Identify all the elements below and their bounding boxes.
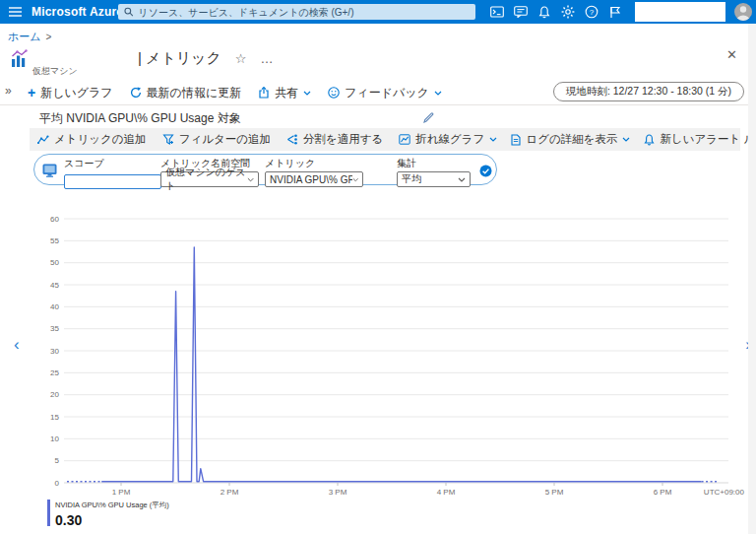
scope-group: スコープ: [64, 157, 161, 189]
svg-text:25: 25: [50, 368, 59, 377]
notifications-icon[interactable]: [536, 5, 551, 20]
scope-label: スコープ: [64, 157, 161, 170]
chevron-down-icon: [622, 137, 630, 142]
line-chart-icon: [399, 134, 410, 145]
aggregation-label: 集計: [397, 157, 471, 170]
metrics-line-chart[interactable]: 0510152025303540455055601 PM2 PM3 PM4 PM…: [0, 192, 756, 512]
svg-text:UTC+09:00: UTC+09:00: [704, 488, 745, 497]
svg-text:3 PM: 3 PM: [329, 488, 347, 497]
global-search[interactable]: [118, 4, 475, 20]
edit-title-icon[interactable]: [423, 109, 434, 127]
svg-text:45: 45: [50, 281, 59, 290]
svg-text:4 PM: 4 PM: [437, 488, 456, 497]
page-title-text: | メトリック: [138, 49, 221, 68]
share-icon: [258, 87, 270, 99]
apply-splitting-button[interactable]: 分割を適用する: [286, 132, 383, 147]
legend-latest-value: 0.30: [55, 512, 169, 528]
settings-icon[interactable]: [560, 5, 575, 20]
vm-scope-icon: [42, 164, 57, 181]
avatar[interactable]: [734, 3, 752, 21]
metric-toolbar: メトリックの追加 フィルターの追加 分割を適用する 折れ線グラフ ログの詳細を表…: [30, 128, 740, 151]
filter-confirm-check-icon[interactable]: [479, 164, 492, 181]
search-icon: [124, 7, 134, 17]
add-metric-button[interactable]: メトリックの追加: [37, 132, 147, 147]
chart-type-dropdown[interactable]: 折れ線グラフ: [399, 132, 497, 147]
svg-text:40: 40: [50, 302, 59, 311]
add-metric-icon: [37, 135, 49, 145]
svg-text:50: 50: [50, 258, 59, 267]
svg-text:55: 55: [50, 236, 59, 245]
metrics-resource-icon: [10, 49, 29, 72]
cloud-shell-icon[interactable]: [489, 5, 504, 20]
page-title: | メトリック ☆ …: [138, 49, 274, 68]
show-logs-button[interactable]: ログの詳細を表示: [511, 132, 630, 147]
metric-filter-pill: スコープ メトリック名前空間 仮想マシンのゲスト メトリック NVIDIA GP…: [33, 154, 497, 185]
hamburger-icon[interactable]: [0, 7, 30, 17]
svg-text:1 PM: 1 PM: [112, 488, 131, 497]
metric-label: メトリック: [265, 157, 363, 170]
chevron-down-icon: [434, 91, 442, 96]
svg-text:10: 10: [50, 434, 59, 443]
feedback-button[interactable]: フィードバック: [328, 85, 442, 101]
legend-series-name: NVIDIA GPU\% GPU Usage (平均): [55, 501, 169, 510]
log-document-icon: [511, 134, 521, 146]
command-bar: » + 新しいグラフ 最新の情報に更新 共有 フィードバック 現地時刻: 12/…: [0, 81, 756, 105]
svg-text:2 PM: 2 PM: [220, 488, 239, 497]
breadcrumb-separator: >: [46, 32, 52, 42]
svg-text:15: 15: [50, 413, 59, 422]
new-chart-button[interactable]: + 新しいグラフ: [28, 85, 113, 101]
plus-icon: +: [28, 86, 35, 100]
resource-type-label: 仮想マシン: [32, 65, 78, 78]
add-filter-button[interactable]: フィルターの追加: [162, 132, 271, 147]
share-button[interactable]: 共有: [258, 85, 311, 101]
chevron-down-icon: [303, 91, 311, 96]
topbar-icons: ?: [489, 0, 622, 24]
svg-text:35: 35: [50, 324, 59, 333]
breadcrumb: ホーム >: [8, 30, 51, 44]
scope-input[interactable]: [64, 174, 161, 189]
svg-text:6 PM: 6 PM: [654, 488, 672, 497]
help-icon[interactable]: ?: [584, 5, 598, 20]
svg-text:?: ?: [589, 8, 594, 17]
account-info-redacted: [635, 2, 725, 22]
title-more-icon[interactable]: …: [260, 51, 274, 66]
copilot-icon[interactable]: [513, 5, 528, 20]
apply-splitting-icon: [286, 134, 298, 145]
chart-scroll-left-icon[interactable]: ‹: [14, 335, 20, 355]
chart-legend[interactable]: NVIDIA GPU\% GPU Usage (平均) 0.30: [47, 500, 169, 528]
breadcrumb-home[interactable]: ホーム: [8, 30, 41, 44]
close-icon[interactable]: ✕: [726, 47, 737, 62]
alert-bell-icon: [644, 134, 655, 146]
azure-logo[interactable]: Microsoft Azure: [32, 5, 123, 19]
namespace-group: メトリック名前空間 仮想マシンのゲスト: [160, 157, 259, 187]
search-input[interactable]: [139, 7, 470, 18]
chart-title: 平均 NVIDIA GPU\% GPU Usage 対象: [39, 110, 241, 127]
metric-group: メトリック NVIDIA GPU\% GPU ...: [265, 157, 363, 187]
expand-sidebar-icon[interactable]: »: [5, 84, 12, 98]
namespace-dropdown[interactable]: 仮想マシンのゲスト: [160, 171, 259, 187]
feedback-icon[interactable]: [607, 5, 622, 20]
favorite-star-icon[interactable]: ☆: [235, 51, 247, 66]
aggregation-dropdown[interactable]: 平均: [397, 171, 471, 187]
aggregation-group: 集計 平均: [397, 157, 471, 187]
svg-text:5 PM: 5 PM: [545, 488, 564, 497]
new-alert-rule-button[interactable]: 新しいアラート ルール: [644, 132, 756, 147]
metric-dropdown[interactable]: NVIDIA GPU\% GPU ...: [265, 171, 363, 187]
legend-color-bar: [47, 500, 50, 526]
chevron-down-icon: [247, 177, 254, 182]
chevron-down-icon: [489, 137, 497, 142]
refresh-icon: [130, 87, 142, 99]
smiley-icon: [328, 87, 340, 99]
add-filter-icon: [162, 134, 174, 145]
svg-text:5: 5: [55, 456, 60, 465]
svg-text:60: 60: [50, 215, 59, 224]
chevron-down-icon: [458, 177, 466, 182]
time-range-picker[interactable]: 現地時刻: 12/27 12:30 - 18:30 (1 分): [553, 82, 744, 101]
refresh-button[interactable]: 最新の情報に更新: [130, 85, 242, 101]
page-scrollbar[interactable]: [748, 24, 756, 534]
svg-text:30: 30: [50, 347, 59, 356]
chart-title-row: 平均 NVIDIA GPU\% GPU Usage 対象: [39, 109, 434, 127]
svg-text:0: 0: [55, 479, 60, 488]
svg-text:20: 20: [50, 390, 59, 399]
chevron-down-icon: [352, 177, 358, 182]
